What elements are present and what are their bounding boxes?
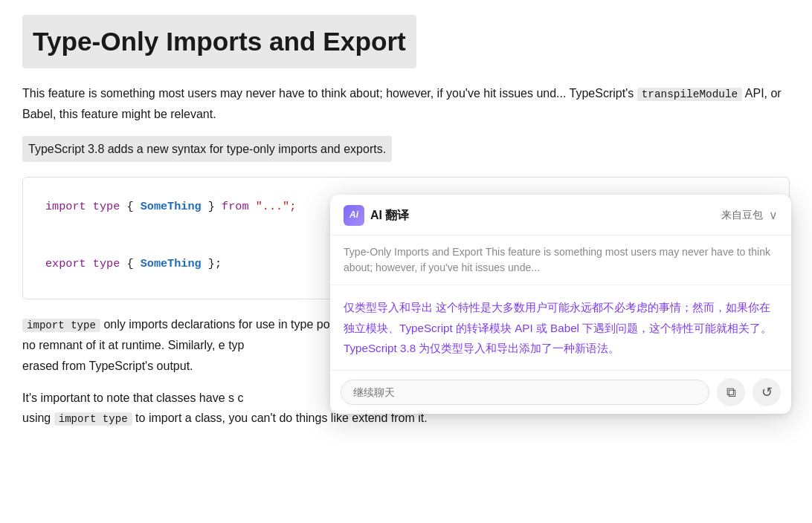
string-1: "..."; xyxy=(256,200,297,213)
body-text-1d: erased from TypeScript's output. xyxy=(22,360,193,372)
brace-open-1: { xyxy=(126,200,133,213)
refresh-button[interactable]: ↺ xyxy=(753,378,781,406)
body-text-2c: using xyxy=(22,412,54,424)
typescript-label: TypeScript's xyxy=(570,87,637,100)
ai-source-text: Type-Only Imports and Export This featur… xyxy=(330,235,791,285)
ai-popup-title: AI 翻译 xyxy=(370,206,409,225)
body-text-1c: typ xyxy=(228,339,244,351)
refresh-icon: ↺ xyxy=(761,385,773,400)
popup-footer[interactable]: ⧉ ↺ xyxy=(330,371,791,414)
ai-translation-popup: Ai AI 翻译 来自豆包 ∨ Type-Only Imports and Ex… xyxy=(330,195,791,414)
chevron-down-icon[interactable]: ∨ xyxy=(769,206,778,225)
intro-paragraph: This feature is something most users may… xyxy=(22,83,790,124)
kw-import-1: import xyxy=(45,200,86,213)
popup-header-left: Ai AI 翻译 xyxy=(344,205,409,226)
brace-close-2: }; xyxy=(208,257,222,270)
ai-logo-icon: Ai xyxy=(344,205,364,226)
brace-open-2: { xyxy=(126,257,133,270)
popup-header: Ai AI 翻译 来自豆包 ∨ xyxy=(330,195,791,235)
body-text-2a: It's important to note that classes have xyxy=(22,392,228,404)
source-label: 来自豆包 xyxy=(721,207,763,224)
popup-header-right: 来自豆包 ∨ xyxy=(721,206,778,225)
brace-close-1: } xyxy=(208,200,215,213)
body-text-2b: s c xyxy=(228,392,243,404)
page-title: Type-Only Imports and Export xyxy=(22,15,416,68)
identifier-1: SomeThing xyxy=(141,200,202,213)
intro-text-1: This feature is something most users may… xyxy=(22,87,566,100)
kw-type-1: type xyxy=(93,200,120,213)
body-text-1b: no remnant of it at runtime. Similarly, … xyxy=(22,339,225,351)
copy-icon: ⧉ xyxy=(726,385,736,400)
translation-cn: 仅类型导入和导出 这个特性是大多数用户可能永远都不必考虑的事情；然而，如果你在独… xyxy=(344,301,772,354)
import-type-inline-2: import type xyxy=(54,412,132,426)
kw-type-2: type xyxy=(93,257,120,270)
import-type-inline: import type xyxy=(22,319,100,332)
kw-export-1: export xyxy=(45,257,86,270)
typescript38-text: TypeScript 3.8 adds a new syntax for typ… xyxy=(22,136,392,162)
identifier-2: SomeThing xyxy=(141,257,202,270)
kw-from-1: from xyxy=(222,200,248,213)
transpile-module-code: transpileModule xyxy=(637,88,743,101)
ai-translation-body: 仅类型导入和导出 这个特性是大多数用户可能永远都不必考虑的事情；然而，如果你在独… xyxy=(330,285,791,371)
copy-button[interactable]: ⧉ xyxy=(717,378,745,406)
chat-input[interactable] xyxy=(341,380,709,405)
